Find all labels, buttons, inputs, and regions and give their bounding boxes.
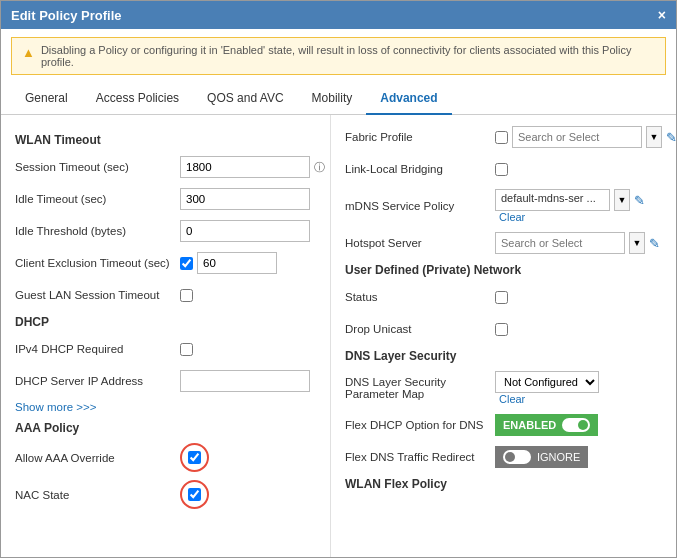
mdns-service-policy-label: mDNS Service Policy <box>345 200 495 212</box>
mdns-edit-icon[interactable]: ✎ <box>634 193 645 208</box>
guest-lan-checkbox[interactable] <box>180 289 193 302</box>
nac-state-checkbox[interactable] <box>188 488 201 501</box>
status-label: Status <box>345 291 495 303</box>
idle-threshold-label: Idle Threshold (bytes) <box>15 225 180 237</box>
client-exclusion-input[interactable] <box>197 252 277 274</box>
dhcp-server-ip-input[interactable] <box>180 370 310 392</box>
content-area: WLAN Timeout Session Timeout (sec) ⓘ Idl… <box>1 115 676 557</box>
drop-unicast-checkbox[interactable] <box>495 323 508 336</box>
allow-aaa-checkbox[interactable] <box>188 451 201 464</box>
close-button[interactable]: × <box>658 7 666 23</box>
mdns-service-policy-controls: default-mdns-ser ... ▼ ✎ Clear <box>495 189 645 223</box>
flex-dhcp-toggle-switch <box>562 418 590 432</box>
flex-dhcp-option-label: Flex DHCP Option for DNS <box>345 419 495 431</box>
guest-lan-label: Guest LAN Session Timeout <box>15 289 180 301</box>
user-defined-network-header: User Defined (Private) Network <box>345 263 662 279</box>
allow-aaa-override-label: Allow AAA Override <box>15 452 180 464</box>
idle-threshold-row: Idle Threshold (bytes) <box>15 219 316 243</box>
fabric-profile-checkbox[interactable] <box>495 131 508 144</box>
mdns-clear-link[interactable]: Clear <box>499 211 645 223</box>
flex-dns-traffic-redirect-row: Flex DNS Traffic Redirect IGNORE <box>345 445 662 469</box>
aaa-policy-header: AAA Policy <box>15 421 316 437</box>
fabric-profile-edit-icon[interactable]: ✎ <box>666 130 676 145</box>
dns-layer-security-param-row: DNS Layer Security Parameter Map Not Con… <box>345 371 662 405</box>
warning-bar: ▲ Disabling a Policy or configuring it i… <box>11 37 666 75</box>
nac-state-row: NAC State <box>15 480 316 509</box>
warning-text: Disabling a Policy or configuring it in … <box>41 44 655 68</box>
fabric-profile-search[interactable] <box>512 126 642 148</box>
session-timeout-row: Session Timeout (sec) ⓘ <box>15 155 316 179</box>
allow-aaa-highlight <box>180 443 209 472</box>
dhcp-server-ip-label: DHCP Server IP Address <box>15 375 180 387</box>
tab-access-policies[interactable]: Access Policies <box>82 83 193 115</box>
tab-mobility[interactable]: Mobility <box>298 83 367 115</box>
guest-lan-row: Guest LAN Session Timeout <box>15 283 316 307</box>
client-exclusion-label: Client Exclusion Timeout (sec) <box>15 257 180 269</box>
mdns-dropdown-arrow[interactable]: ▼ <box>614 189 630 211</box>
fabric-profile-label: Fabric Profile <box>345 131 495 143</box>
idle-timeout-input[interactable] <box>180 188 310 210</box>
drop-unicast-row: Drop Unicast <box>345 317 662 341</box>
hotspot-server-dropdown-arrow[interactable]: ▼ <box>629 232 645 254</box>
title-bar: Edit Policy Profile × <box>1 1 676 29</box>
mdns-service-policy-row: mDNS Service Policy default-mdns-ser ...… <box>345 189 662 223</box>
allow-aaa-override-row: Allow AAA Override <box>15 443 316 472</box>
dns-layer-security-param-label: DNS Layer Security Parameter Map <box>345 376 495 400</box>
info-icon[interactable]: ⓘ <box>314 160 325 175</box>
hotspot-server-row: Hotspot Server ▼ ✎ <box>345 231 662 255</box>
warning-icon: ▲ <box>22 45 35 60</box>
flex-dns-traffic-redirect-toggle-label: IGNORE <box>537 451 580 463</box>
dns-layer-security-select[interactable]: Not Configured <box>495 371 599 393</box>
wlan-timeout-header: WLAN Timeout <box>15 133 316 149</box>
mdns-value-row: default-mdns-ser ... ▼ ✎ <box>495 189 645 211</box>
flex-dns-traffic-redirect-toggle-button[interactable]: IGNORE <box>495 446 588 468</box>
dhcp-header: DHCP <box>15 315 316 331</box>
hotspot-server-search[interactable] <box>495 232 625 254</box>
idle-threshold-input[interactable] <box>180 220 310 242</box>
nac-state-label: NAC State <box>15 489 180 501</box>
window-title: Edit Policy Profile <box>11 8 122 23</box>
ipv4-dhcp-label: IPv4 DHCP Required <box>15 343 180 355</box>
flex-dhcp-option-row: Flex DHCP Option for DNS ENABLED <box>345 413 662 437</box>
nac-state-highlight <box>180 480 209 509</box>
tab-general[interactable]: General <box>11 83 82 115</box>
fabric-profile-dropdown-arrow[interactable]: ▼ <box>646 126 662 148</box>
dns-layer-security-clear-link[interactable]: Clear <box>499 393 599 405</box>
hotspot-server-select-wrapper: ▼ ✎ <box>495 232 660 254</box>
flex-dns-traffic-redirect-label: Flex DNS Traffic Redirect <box>345 451 495 463</box>
mdns-selected-value: default-mdns-ser ... <box>495 189 610 211</box>
flex-dhcp-toggle-label: ENABLED <box>503 419 556 431</box>
ipv4-dhcp-row: IPv4 DHCP Required <box>15 337 316 361</box>
left-panel: WLAN Timeout Session Timeout (sec) ⓘ Idl… <box>1 115 331 557</box>
flex-dns-traffic-redirect-toggle-switch <box>503 450 531 464</box>
hotspot-server-label: Hotspot Server <box>345 237 495 249</box>
dns-layer-security-header: DNS Layer Security <box>345 349 662 365</box>
fabric-profile-select-wrapper: ▼ ✎ <box>495 126 676 148</box>
link-local-bridging-checkbox[interactable] <box>495 163 508 176</box>
tabs-container: General Access Policies QOS and AVC Mobi… <box>1 83 676 115</box>
hotspot-server-edit-icon[interactable]: ✎ <box>649 236 660 251</box>
session-timeout-input[interactable] <box>180 156 310 178</box>
idle-timeout-row: Idle Timeout (sec) <box>15 187 316 211</box>
link-local-bridging-label: Link-Local Bridging <box>345 163 495 175</box>
tab-qos-avc[interactable]: QOS and AVC <box>193 83 297 115</box>
wlan-flex-policy-header: WLAN Flex Policy <box>345 477 662 493</box>
client-exclusion-row: Client Exclusion Timeout (sec) <box>15 251 316 275</box>
right-panel: Fabric Profile ▼ ✎ Link-Local Bridging m… <box>331 115 676 557</box>
fabric-profile-row: Fabric Profile ▼ ✎ <box>345 125 662 149</box>
status-row: Status <box>345 285 662 309</box>
dhcp-server-ip-row: DHCP Server IP Address <box>15 369 316 393</box>
client-exclusion-checkbox[interactable] <box>180 257 193 270</box>
link-local-bridging-row: Link-Local Bridging <box>345 157 662 181</box>
session-timeout-label: Session Timeout (sec) <box>15 161 180 173</box>
tab-advanced[interactable]: Advanced <box>366 83 451 115</box>
edit-policy-profile-window: Edit Policy Profile × ▲ Disabling a Poli… <box>0 0 677 558</box>
idle-timeout-label: Idle Timeout (sec) <box>15 193 180 205</box>
dns-select-wrapper: Not Configured Clear <box>495 371 599 405</box>
drop-unicast-label: Drop Unicast <box>345 323 495 335</box>
show-more-link[interactable]: Show more >>> <box>15 401 316 413</box>
flex-dhcp-toggle-button[interactable]: ENABLED <box>495 414 598 436</box>
ipv4-dhcp-checkbox[interactable] <box>180 343 193 356</box>
status-checkbox[interactable] <box>495 291 508 304</box>
